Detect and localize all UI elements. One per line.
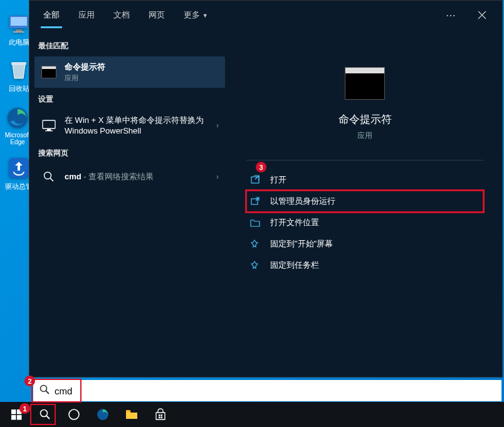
taskview-button[interactable]	[60, 402, 88, 427]
driver-icon	[6, 156, 31, 181]
action-pin-start[interactable]: 固定到"开始"屏幕	[246, 233, 483, 255]
result-title: 在 Win + X 菜单中将命令提示符替换为 Windows PowerShel…	[65, 115, 209, 137]
folder-icon	[125, 409, 138, 420]
tab-web[interactable]: 网页	[140, 2, 174, 28]
taskbar-explorer[interactable]	[118, 402, 145, 427]
action-label: 以管理员身份运行	[270, 196, 335, 207]
taskbar	[0, 402, 504, 427]
pin-icon	[250, 240, 261, 249]
desktop-icon-label: 回收站	[9, 85, 29, 92]
query-text: cmd	[65, 172, 81, 181]
section-best-match: 最佳匹配	[34, 34, 225, 56]
more-options-button[interactable]: ⋯	[441, 5, 461, 25]
action-label: 打开文件位置	[270, 217, 319, 228]
divider	[246, 160, 483, 161]
svg-rect-11	[251, 177, 259, 183]
svg-point-10	[45, 172, 51, 179]
search-header: 全部 应用 文档 网页 更多 ▼ ⋯	[29, 1, 502, 29]
tab-more[interactable]: 更多 ▼	[175, 2, 217, 28]
search-input[interactable]	[55, 386, 495, 396]
svg-rect-22	[159, 414, 160, 416]
recycle-icon	[6, 58, 31, 83]
close-button[interactable]	[472, 5, 492, 25]
svg-rect-1	[11, 17, 27, 26]
svg-rect-2	[16, 29, 22, 31]
taskbar-edge[interactable]	[89, 402, 117, 427]
svg-rect-8	[47, 129, 51, 130]
result-web-search[interactable]: cmd - 查看网络搜索结果 ›	[34, 164, 225, 190]
action-pin-taskbar[interactable]: 固定到任务栏	[246, 255, 483, 276]
admin-icon	[250, 196, 261, 206]
chevron-right-icon: ›	[216, 172, 219, 181]
open-icon	[250, 175, 261, 185]
search-icon	[41, 169, 57, 185]
search-icon	[39, 409, 51, 420]
preview-thumbnail	[345, 67, 385, 100]
annotation-badge-2: 2	[24, 376, 35, 386]
svg-point-13	[41, 386, 47, 392]
section-web: 搜索网页	[34, 142, 225, 164]
action-open-location[interactable]: 打开文件位置	[246, 212, 483, 233]
taskview-icon	[68, 408, 80, 421]
display-icon	[41, 117, 57, 134]
svg-rect-3	[13, 31, 24, 33]
preview-subtitle: 应用	[357, 130, 372, 141]
annotation-badge-1: 1	[19, 403, 30, 414]
chevron-right-icon: ›	[216, 121, 219, 130]
svg-rect-7	[43, 120, 55, 129]
search-tabs: 全部 应用 文档 网页 更多 ▼	[34, 2, 441, 28]
svg-rect-25	[161, 417, 163, 419]
taskbar-search-button[interactable]	[31, 402, 59, 427]
results-column: 最佳匹配 命令提示符 应用 设置 在 Win + X 菜单中将命令提示符替换为 …	[29, 29, 228, 377]
dots-icon: ⋯	[446, 9, 456, 21]
tab-all[interactable]: 全部	[34, 2, 68, 28]
svg-rect-9	[45, 130, 53, 131]
tab-docs[interactable]: 文档	[105, 2, 139, 28]
svg-rect-23	[161, 414, 163, 416]
tab-apps[interactable]: 应用	[70, 2, 103, 28]
taskbar-store[interactable]	[147, 402, 174, 427]
preview-column: 命令提示符 应用 打开 以管理员身份运行 打开文件位置 固定到"开始"屏幕	[228, 29, 502, 377]
tab-more-label: 更多	[184, 10, 200, 19]
svg-rect-4	[11, 62, 26, 65]
edge-icon	[5, 105, 30, 130]
store-icon	[154, 408, 167, 421]
result-cmd-app[interactable]: 命令提示符 应用	[34, 56, 225, 88]
search-panel: 全部 应用 文档 网页 更多 ▼ ⋯ 最佳匹配 命令提示符 应用 设置	[29, 0, 503, 377]
result-title: cmd - 查看网络搜索结果	[65, 171, 209, 182]
result-setting-winx[interactable]: 在 Win + X 菜单中将命令提示符替换为 Windows PowerShel…	[34, 110, 225, 142]
action-label: 固定到任务栏	[270, 260, 319, 271]
chevron-down-icon: ▼	[202, 13, 208, 19]
svg-rect-17	[17, 415, 22, 420]
section-settings: 设置	[34, 88, 225, 110]
folder-icon	[250, 218, 261, 227]
close-icon	[478, 11, 486, 19]
pin-icon	[250, 261, 261, 270]
preview-title: 命令提示符	[339, 112, 392, 127]
svg-rect-21	[126, 410, 130, 412]
pc-icon	[6, 11, 31, 36]
svg-rect-16	[11, 415, 16, 420]
svg-rect-24	[159, 417, 160, 419]
svg-point-18	[41, 410, 48, 417]
desktop-icon-label: 此电脑	[9, 38, 29, 46]
suffix-text: - 查看网络搜索结果	[81, 172, 154, 181]
svg-point-19	[69, 409, 79, 419]
action-run-admin[interactable]: 以管理员身份运行	[246, 191, 483, 212]
result-subtitle: 应用	[65, 73, 219, 83]
cmd-icon	[41, 66, 56, 78]
result-title: 命令提示符	[65, 61, 219, 73]
action-label: 固定到"开始"屏幕	[270, 238, 333, 250]
action-open[interactable]: 打开	[246, 169, 483, 191]
annotation-badge-3: 3	[256, 162, 266, 172]
svg-rect-14	[11, 409, 16, 414]
search-icon	[39, 384, 50, 397]
action-label: 打开	[270, 174, 286, 186]
edge-icon	[96, 408, 110, 421]
search-input-bar[interactable]	[33, 380, 501, 401]
